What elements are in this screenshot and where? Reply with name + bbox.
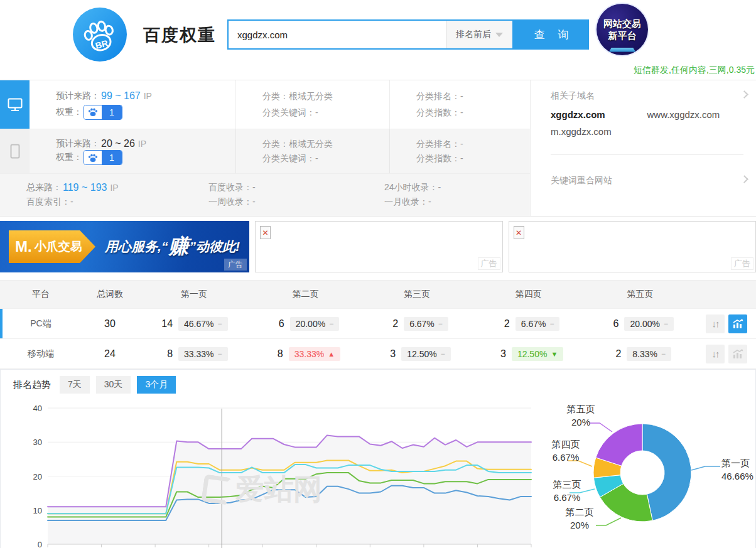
query-button[interactable]: 查 询	[514, 19, 589, 50]
chart-button-active[interactable]	[728, 314, 747, 333]
mobile-category: 分类：根域无分类	[262, 139, 389, 150]
mobile-traffic-value: 20 ~ 26	[100, 138, 136, 149]
sort-button[interactable]: ↓↑	[706, 345, 725, 363]
related-domains-title: 相关子域名	[551, 90, 743, 102]
broken-image-icon: ✕	[260, 226, 271, 239]
table-header: 平台 总词数 第一页 第二页 第三页 第四页 第五页	[0, 281, 756, 308]
percent-pill-down: 12.50%▼	[512, 347, 563, 361]
col-page5: 第五页	[584, 289, 696, 300]
baidu-index: 百度索引：-	[26, 196, 208, 208]
trend-flat-icon: −	[329, 320, 333, 328]
percent-pill: 12.50%−	[401, 347, 451, 361]
ad-tag: 广告	[224, 259, 247, 271]
broken-image-icon: ✕	[514, 226, 524, 239]
ad-tag: 广告	[478, 257, 500, 270]
trend-up-icon: ▲	[328, 350, 335, 358]
trend-flat-icon: −	[218, 320, 222, 328]
pc-traffic: 预计来路： 99 ~ 167 IP	[56, 90, 235, 102]
pie-label-page1: 第一页 46.66%	[721, 456, 756, 483]
svg-text:30: 30	[33, 438, 42, 447]
ad-placeholder[interactable]: ✕ 广告	[509, 221, 756, 272]
tab-30days[interactable]: 30天	[96, 376, 131, 394]
pie-label-page2: 第二页 20%	[559, 505, 600, 532]
trend-down-icon: ▼	[551, 350, 558, 358]
pc-category-keyword: 分类关键词：-	[262, 107, 389, 119]
tab-3months[interactable]: 3个月	[137, 376, 176, 394]
page: BR 百度权重 排名前后 查 询 网站交易 新平台 短信群发,任何内容,三网,0…	[0, 0, 756, 548]
col-platform: 平台	[0, 289, 82, 300]
mobile-category-rank: 分类排名：-	[416, 139, 530, 150]
stats-section: 预计来路： 99 ~ 167 IP 权重：	[0, 80, 756, 217]
trend-section: 排名趋势 7天 30天 3个月 010203040 爱站网 第一页 46.66%…	[0, 369, 756, 548]
total-traffic: 总来路： 119 ~ 193 IP	[26, 182, 208, 193]
platform-label: 移动端	[0, 348, 82, 360]
brand-logo-icon: M.	[15, 239, 32, 254]
ads-row: M. 小爪交易 用心服务,“赚”动彼此! 广告 ✕ 广告 ✕ 广告	[0, 221, 756, 272]
svg-text:20: 20	[33, 472, 42, 481]
page-count: 8	[160, 348, 173, 360]
page-count: 2	[386, 318, 398, 330]
site-trade-sticker[interactable]: 网站交易 新平台	[597, 4, 648, 55]
pc-weight-badge[interactable]: 1	[84, 105, 122, 120]
trend-flat-icon: −	[441, 350, 445, 358]
tab-7days[interactable]: 7天	[60, 376, 90, 394]
mobile-weight-badge[interactable]: 1	[84, 150, 122, 165]
baidu-collect: 百度收录：-	[208, 182, 384, 193]
ad-placeholder[interactable]: ✕ 广告	[255, 221, 503, 272]
domain-link[interactable]: www.xggdzx.com	[647, 109, 744, 120]
percent-pill: 6.67%−	[404, 317, 448, 331]
phone-icon	[10, 144, 20, 159]
search-input[interactable]	[229, 21, 446, 48]
pc-tab[interactable]	[0, 80, 30, 129]
keyword-overlap-title: 关键词重合网站	[551, 175, 743, 186]
stats-right-panel: 相关子域名 xggdzx.com www.xggdzx.com m.xggdzx…	[538, 80, 756, 216]
sort-arrows-icon: ↓↑	[712, 348, 719, 359]
pc-traffic-value: 99 ~ 167	[100, 90, 142, 102]
svg-text:0: 0	[38, 540, 42, 548]
percent-pill: 33.33%−	[178, 347, 228, 361]
percent-pill: 8.33%−	[627, 347, 671, 361]
sort-arrows-icon: ↓↑	[712, 318, 719, 329]
percent-pill: 46.67%−	[178, 317, 228, 331]
trend-flat-icon: −	[438, 320, 443, 328]
sort-button[interactable]: ↓↑	[706, 314, 725, 333]
day-collect: 24小时收录：-	[384, 182, 530, 193]
mobile-weight: 权重： 1	[56, 150, 235, 165]
col-total: 总词数	[82, 289, 138, 300]
banner-brand-ribbon: M. 小爪交易	[9, 230, 95, 263]
trend-flat-icon: −	[549, 320, 554, 328]
platform-label: PC端	[0, 318, 82, 330]
table-row-mobile: 移动端 24 833.33%− 833.33%▲ 312.50%− 312.50…	[0, 338, 756, 368]
mobile-category-keyword: 分类关键词：-	[262, 153, 389, 164]
rank-order-dropdown[interactable]: 排名前后	[446, 21, 512, 48]
svg-text:10: 10	[33, 506, 42, 515]
month-collect: 一月收录：-	[384, 196, 530, 208]
paw-icon	[84, 105, 102, 119]
mobile-tab[interactable]	[0, 129, 30, 173]
keyword-table: 平台 总词数 第一页 第二页 第三页 第四页 第五页 PC端 30 1446.6…	[0, 280, 756, 369]
sticker-base-glow	[609, 48, 635, 51]
page-count: 6	[606, 318, 618, 330]
page-share-donut: 第一页 46.66% 第二页 20% 第三页 6.67% 第四页 6.67% 第…	[541, 396, 756, 548]
col-page4: 第四页	[473, 289, 585, 300]
page-count: 3	[383, 348, 396, 360]
promo-link[interactable]: 短信群发,任何内容,三网,0.35元	[634, 65, 755, 76]
banner-ad[interactable]: M. 小爪交易 用心服务,“赚”动彼此! 广告	[0, 221, 249, 272]
domain-link[interactable]: xggdzx.com	[551, 109, 647, 120]
sticker-line2: 新平台	[608, 30, 637, 41]
paw-icon	[84, 151, 102, 164]
col-page1: 第一页	[138, 289, 250, 300]
percent-pill: 20.00%−	[290, 317, 340, 331]
svg-text:40: 40	[33, 404, 42, 413]
chevron-down-icon	[495, 33, 503, 37]
page-count: 2	[497, 318, 510, 330]
monitor-icon	[8, 98, 23, 112]
pc-category-rank: 分类排名：-	[416, 91, 530, 102]
percent-pill: 6.67%−	[516, 317, 560, 331]
summary-stats-row: 总来路： 119 ~ 193 IP 百度索引：- 百度收录：- 一周收录：- 2…	[0, 174, 530, 216]
chart-button[interactable]	[728, 345, 747, 363]
search-box: 排名前后	[227, 19, 514, 50]
pc-category: 分类：根域无分类	[262, 91, 389, 102]
domain-link[interactable]: m.xggdzx.com	[551, 126, 647, 137]
total-words: 30	[82, 318, 138, 330]
